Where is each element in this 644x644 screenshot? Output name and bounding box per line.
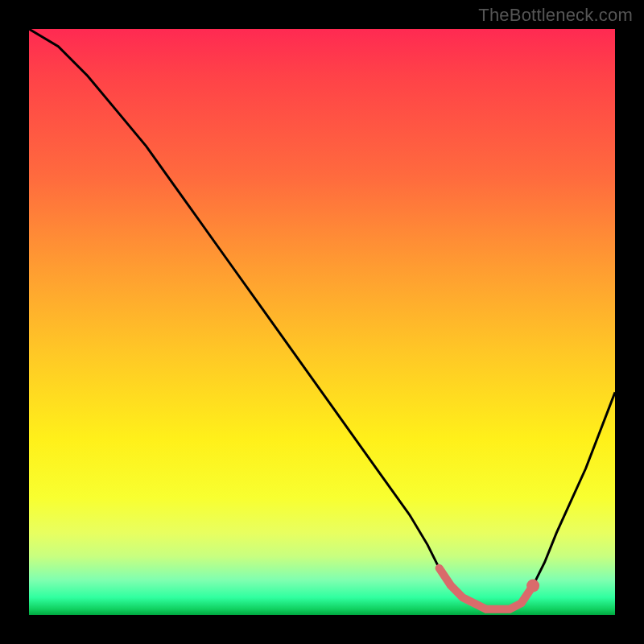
bottleneck-endpoint-dot [526,580,539,592]
chart-plot-area [29,29,615,615]
bottleneck-curve-line [29,29,615,609]
bottleneck-chart-svg [29,29,615,615]
watermark-text: TheBottleneck.com [478,5,633,26]
bottleneck-flat-zone [440,568,534,609]
